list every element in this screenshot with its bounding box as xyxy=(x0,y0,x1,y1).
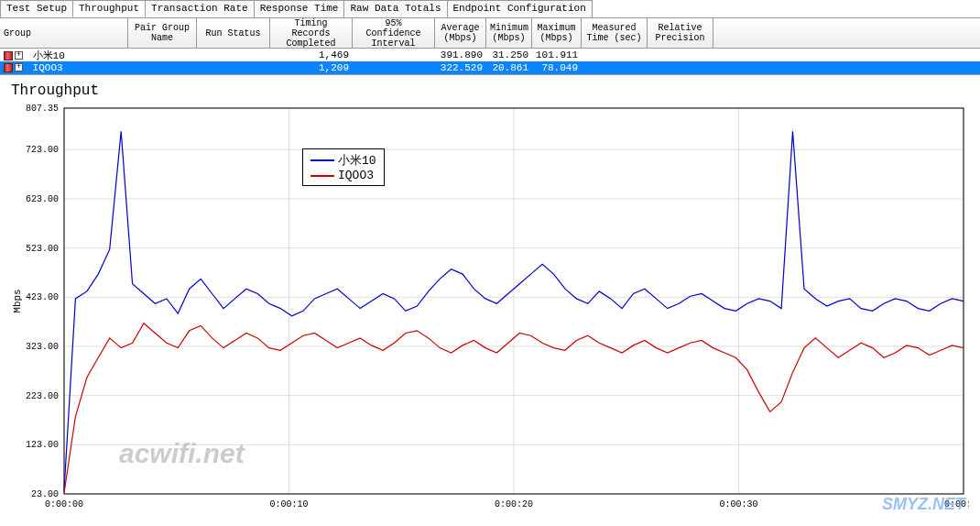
expand-icon[interactable]: + xyxy=(15,51,23,60)
tab-throughput[interactable]: Throughput xyxy=(72,0,146,17)
tab-bar: Test Setup Throughput Transaction Rate R… xyxy=(0,0,980,18)
svg-text:807.35: 807.35 xyxy=(26,104,59,114)
col-timing[interactable]: Timing RecordsCompleted xyxy=(270,18,353,48)
tab-raw-data-totals[interactable]: Raw Data Totals xyxy=(343,0,447,17)
col-group[interactable]: Group xyxy=(0,18,128,48)
row-name: IQOO3 xyxy=(33,62,63,73)
svg-text:223.00: 223.00 xyxy=(26,391,59,401)
legend-label-1: 小米10 xyxy=(338,152,376,169)
row-min: 31.250 xyxy=(486,49,532,60)
svg-text:0:00:00: 0:00:00 xyxy=(45,499,83,510)
svg-text:23.00: 23.00 xyxy=(31,489,59,499)
col-average[interactable]: Average(Mbps) xyxy=(435,18,486,48)
row-min: 20.861 xyxy=(486,62,532,73)
svg-text:0:00:40: 0:00:40 xyxy=(944,499,969,510)
svg-text:523.00: 523.00 xyxy=(26,244,59,254)
tab-transaction-rate[interactable]: Transaction Rate xyxy=(145,0,255,17)
svg-text:Mbps: Mbps xyxy=(12,289,23,312)
expand-icon[interactable]: + xyxy=(15,63,23,71)
chart-panel: Throughput 23.00123.00223.00323.00423.00… xyxy=(0,75,980,523)
table-row[interactable]: + IQOO3 1,209 322.529 20.861 78.049 xyxy=(0,61,980,74)
col-maximum[interactable]: Maximum(Mbps) xyxy=(532,18,582,48)
tab-response-time[interactable]: Response Time xyxy=(254,0,345,17)
col-pair-group[interactable]: Pair GroupName xyxy=(128,18,197,48)
col-minimum[interactable]: Minimum(Mbps) xyxy=(486,18,532,48)
tab-endpoint-config[interactable]: Endpoint Configuration xyxy=(447,0,593,17)
svg-text:723.00: 723.00 xyxy=(26,145,59,155)
row-name: 小米10 xyxy=(33,50,65,61)
col-measured[interactable]: MeasuredTime (sec) xyxy=(582,18,648,48)
group-icon xyxy=(4,63,13,72)
chart-legend: 小米10 IQOO3 xyxy=(302,148,385,186)
row-timing: 1,209 xyxy=(270,62,353,73)
throughput-chart: 23.00123.00223.00323.00423.00523.00623.0… xyxy=(9,103,969,520)
row-avg: 322.529 xyxy=(435,62,486,73)
legend-swatch-1 xyxy=(310,159,334,161)
group-icon xyxy=(4,51,13,60)
row-max: 101.911 xyxy=(532,49,582,60)
row-timing: 1,469 xyxy=(270,49,353,60)
legend-swatch-2 xyxy=(310,175,334,177)
row-avg: 391.890 xyxy=(435,49,486,60)
col-run-status[interactable]: Run Status xyxy=(197,18,270,48)
tab-test-setup[interactable]: Test Setup xyxy=(0,0,73,17)
col-confidence[interactable]: 95% ConfidenceInterval xyxy=(353,18,435,48)
results-grid: Group Pair GroupName Run Status Timing R… xyxy=(0,18,980,75)
col-precision[interactable]: RelativePrecision xyxy=(648,18,713,48)
row-max: 78.049 xyxy=(532,62,582,73)
table-row[interactable]: + 小米10 1,469 391.890 31.250 101.911 xyxy=(0,49,980,61)
legend-label-2: IQOO3 xyxy=(338,169,374,182)
svg-text:0:00:30: 0:00:30 xyxy=(719,499,757,510)
grid-header-row: Group Pair GroupName Run Status Timing R… xyxy=(0,18,980,49)
svg-text:623.00: 623.00 xyxy=(26,194,59,204)
chart-title: Throughput xyxy=(11,82,971,99)
svg-text:423.00: 423.00 xyxy=(26,292,59,302)
svg-text:323.00: 323.00 xyxy=(26,342,59,352)
svg-text:123.00: 123.00 xyxy=(26,440,59,450)
svg-text:0:00:20: 0:00:20 xyxy=(495,499,533,510)
svg-text:0:00:10: 0:00:10 xyxy=(269,499,308,510)
chart-svg: 23.00123.00223.00323.00423.00523.00623.0… xyxy=(9,103,969,520)
